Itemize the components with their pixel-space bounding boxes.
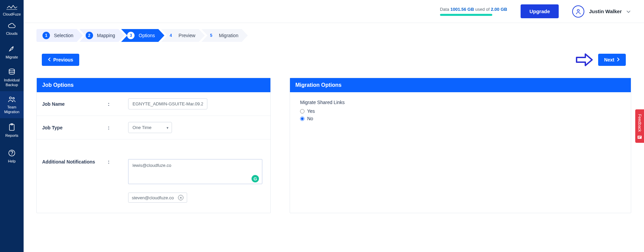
job-type-select-wrap: ▾ [128, 122, 172, 133]
upgrade-button[interactable]: Upgrade [521, 4, 559, 18]
usage-total: 2.00 GB [491, 7, 507, 12]
notifications-field-group: G steven@cloudfuze.co ✕ [128, 159, 262, 203]
step-number: 4 [167, 32, 175, 39]
migrate-shared-links-label: Migrate Shared Links [300, 100, 621, 105]
sidebar-item-label: Clouds [1, 31, 23, 36]
migration-options-body: Migrate Shared Links Yes No [290, 92, 631, 131]
email-chip-text: steven@cloudfuze.co [132, 195, 174, 200]
usage-display: Data 1001.56 GB used of 2.00 GB [440, 7, 507, 16]
job-options-title: Job Options [37, 78, 270, 92]
colon: : [108, 125, 128, 130]
job-name-row: Job Name : [37, 92, 270, 116]
svg-point-1 [9, 69, 14, 71]
step-options[interactable]: 3 Options [121, 29, 164, 42]
user-menu[interactable]: Justin Walker [572, 5, 631, 18]
step-selection[interactable]: 1 Selection [36, 29, 83, 42]
team-icon [1, 96, 23, 103]
feedback-tab[interactable]: Feedback [635, 109, 644, 143]
remove-chip-icon[interactable]: ✕ [178, 195, 183, 200]
sidebar-item-team-migration[interactable]: Team Migration [0, 91, 24, 118]
radio-yes-input[interactable] [300, 109, 304, 114]
svg-point-8 [577, 9, 579, 11]
svg-rect-11 [638, 137, 640, 138]
job-options-body: Job Name : Job Type : ▾ Additional Not [37, 92, 270, 213]
step-mapping[interactable]: 2 Mapping [80, 29, 125, 42]
usage-middle: used of [474, 7, 491, 12]
sidebar-item-reports[interactable]: Reports [0, 118, 24, 142]
feedback-label: Feedback [637, 114, 642, 132]
feedback-icon [637, 134, 642, 139]
user-name: Justin Walker [589, 8, 622, 14]
radio-yes[interactable]: Yes [300, 108, 621, 114]
radio-no-label: No [307, 116, 313, 121]
migration-options-panel: Migration Options Migrate Shared Links Y… [290, 78, 631, 213]
svg-point-3 [13, 98, 14, 99]
usage-bar [440, 14, 492, 16]
sidebar-item-individual-backup[interactable]: Individual Backup [0, 64, 24, 91]
svg-point-7 [11, 154, 12, 155]
usage-prefix: Data [440, 7, 450, 12]
attention-arrow-icon [575, 51, 593, 68]
notifications-input[interactable] [128, 159, 262, 184]
sidebar-item-label: Migrate [1, 55, 23, 59]
radio-no-input[interactable] [300, 117, 304, 121]
topbar: Data 1001.56 GB used of 2.00 GB Upgrade … [24, 0, 644, 23]
usage-bar-fill [440, 14, 492, 16]
panel-row: Job Options Job Name : Job Type : ▾ [36, 78, 631, 213]
sidebar-item-label: Individual Backup [1, 78, 23, 87]
radio-no[interactable]: No [300, 116, 621, 121]
avatar-icon [572, 5, 584, 18]
step-number: 3 [127, 32, 135, 39]
svg-point-0 [12, 47, 13, 48]
brand-logo[interactable]: CloudFuze [0, 0, 24, 18]
chevron-down-icon [626, 8, 631, 15]
usage-used: 1001.56 GB [450, 7, 474, 12]
notifications-input-wrap: G [128, 159, 262, 185]
help-icon [1, 149, 23, 157]
radio-yes-label: Yes [307, 108, 315, 114]
next-button[interactable]: Next [598, 54, 626, 66]
step-label: Mapping [97, 33, 115, 38]
chevron-right-icon [616, 57, 620, 62]
notifications-label: Additional Notifications [42, 159, 108, 165]
wizard-stepper: 1 Selection 2 Mapping 3 Options 4 Previe… [36, 29, 631, 42]
next-label: Next [604, 57, 614, 62]
email-chip: steven@cloudfuze.co ✕ [128, 193, 187, 203]
sidebar-item-label: Reports [1, 133, 23, 138]
job-type-select[interactable] [128, 122, 172, 133]
colon: : [108, 159, 128, 165]
step-number: 2 [86, 32, 93, 39]
migration-options-title: Migration Options [290, 78, 631, 92]
svg-rect-9 [638, 135, 642, 138]
job-type-row: Job Type : ▾ [37, 116, 270, 140]
grammarly-icon[interactable]: G [252, 175, 259, 182]
main: Data 1001.56 GB used of 2.00 GB Upgrade … [24, 0, 644, 252]
sidebar-item-clouds[interactable]: Clouds [0, 18, 24, 40]
job-name-input[interactable] [128, 98, 207, 109]
rocket-icon [1, 45, 23, 53]
content: 1 Selection 2 Mapping 3 Options 4 Previe… [24, 23, 644, 252]
svg-rect-10 [638, 136, 641, 137]
cloudfuze-logo-icon [6, 3, 18, 11]
step-label: Preview [179, 33, 196, 38]
step-label: Options [139, 33, 155, 38]
clipboard-icon [1, 123, 23, 131]
sidebar: CloudFuze Clouds Migrate Individual Back… [0, 0, 24, 252]
step-number: 5 [207, 32, 215, 39]
job-type-label: Job Type [42, 125, 108, 130]
usage-text: Data 1001.56 GB used of 2.00 GB [440, 7, 507, 12]
sidebar-item-migrate[interactable]: Migrate [0, 40, 24, 64]
cloud-icon [1, 23, 23, 29]
step-label: Migration [219, 33, 238, 38]
chevron-left-icon [48, 57, 51, 62]
sidebar-item-label: Help [1, 159, 23, 163]
step-preview[interactable]: 4 Preview [161, 29, 205, 42]
step-number: 1 [42, 32, 50, 39]
sidebar-item-help[interactable]: Help [0, 145, 24, 168]
previous-button[interactable]: Previous [42, 54, 79, 66]
step-migration[interactable]: 5 Migration [201, 29, 248, 42]
colon: : [108, 101, 128, 107]
job-options-panel: Job Options Job Name : Job Type : ▾ [36, 78, 271, 213]
notifications-row: Additional Notifications : G steven@clou… [37, 140, 270, 213]
sidebar-item-label: Team Migration [1, 105, 23, 114]
